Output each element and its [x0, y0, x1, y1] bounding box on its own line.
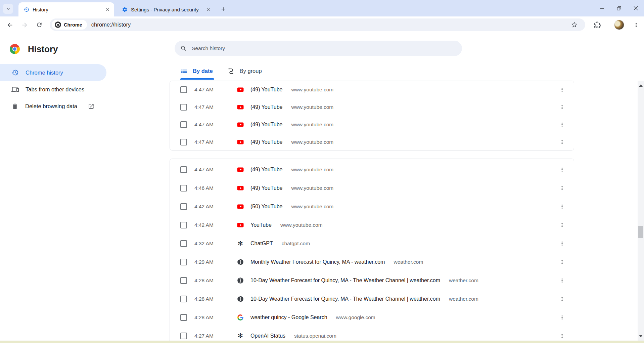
row-title[interactable]: OpenAI Status: [250, 333, 285, 339]
youtube-favicon: [237, 121, 244, 128]
new-tab-button[interactable]: [218, 4, 228, 14]
back-arrow-icon: [6, 22, 13, 29]
row-url: www.youtube.com: [291, 139, 333, 145]
row-title[interactable]: Monthly Weather Forecast for Quincy, MA …: [250, 259, 385, 265]
row-checkbox[interactable]: [180, 296, 187, 302]
view-tab-label: By group: [240, 68, 262, 74]
row-checkbox[interactable]: [180, 166, 187, 173]
row-title[interactable]: (49) YouTube: [250, 185, 282, 191]
row-title[interactable]: (49) YouTube: [250, 87, 282, 93]
row-menu-button[interactable]: [558, 165, 566, 174]
back-button[interactable]: [5, 20, 14, 29]
search-input[interactable]: [191, 45, 462, 52]
row-checkbox[interactable]: [180, 259, 187, 265]
scrollbar-down-button[interactable]: [638, 333, 644, 339]
maximize-button[interactable]: [610, 0, 627, 16]
row-menu-button[interactable]: [558, 221, 566, 229]
row-time: 4:29 AM: [194, 259, 228, 265]
row-checkbox[interactable]: [180, 314, 187, 321]
row-title[interactable]: (49) YouTube: [250, 122, 282, 128]
row-checkbox[interactable]: [180, 240, 187, 247]
settings-gear-icon: [122, 7, 128, 12]
search-icon: [180, 45, 187, 52]
row-menu-button[interactable]: [558, 239, 566, 248]
kebab-icon: [559, 104, 565, 110]
minimize-button[interactable]: [594, 0, 610, 16]
row-checkbox[interactable]: [180, 222, 187, 228]
close-window-button[interactable]: [627, 0, 644, 16]
row-checkbox[interactable]: [180, 139, 187, 145]
tab-by-group[interactable]: By group: [228, 68, 262, 75]
sidebar-item-delete-browsing-data[interactable]: Delete browsing data: [0, 98, 106, 115]
tab-by-date[interactable]: By date: [180, 68, 213, 75]
sidebar-item-label: Chrome history: [26, 70, 63, 76]
kebab-icon: [559, 122, 565, 128]
row-time: 4:28 AM: [194, 296, 228, 302]
browser-toolbar: Chrome chrome://history: [0, 16, 644, 33]
row-title[interactable]: 10-Day Weather Forecast for Quincy, MA -…: [250, 296, 440, 302]
row-checkbox[interactable]: [180, 86, 187, 93]
row-checkbox[interactable]: [180, 333, 187, 339]
tab-close-icon[interactable]: [104, 6, 111, 13]
scrollbar-track[interactable]: [638, 81, 644, 341]
history-card: 4:47 AM (49) YouTube www.youtube.com 4:4…: [170, 159, 574, 343]
tab-close-icon[interactable]: [205, 6, 212, 13]
history-row: 4:32 AM ✻ ChatGPT chatgpt.com: [170, 234, 574, 253]
row-menu-button[interactable]: [558, 258, 566, 266]
row-checkbox[interactable]: [180, 277, 187, 284]
row-title[interactable]: 10-Day Weather Forecast for Quincy, MA -…: [250, 277, 440, 284]
history-card: 4:47 AM (49) YouTube www.youtube.com 4:4…: [170, 81, 574, 151]
row-menu-button[interactable]: [558, 332, 566, 340]
row-menu-button[interactable]: [558, 276, 566, 285]
row-title[interactable]: ChatGPT: [250, 241, 273, 247]
omnibox[interactable]: Chrome chrome://history: [50, 18, 585, 31]
youtube-favicon: [237, 203, 244, 210]
tab-settings[interactable]: Settings - Privacy and security: [117, 2, 215, 16]
tab-title: Settings - Privacy and security: [131, 7, 205, 12]
row-title[interactable]: (49) YouTube: [250, 167, 282, 173]
history-search-box[interactable]: [175, 41, 462, 56]
row-url: www.youtube.com: [280, 222, 323, 228]
toolbar-divider: [608, 21, 608, 28]
extensions-button[interactable]: [593, 20, 602, 29]
browser-menu-button[interactable]: [632, 20, 640, 29]
site-chip[interactable]: Chrome: [52, 20, 87, 30]
row-title[interactable]: YouTube: [250, 222, 272, 228]
row-title[interactable]: weather quincy - Google Search: [250, 314, 327, 320]
profile-avatar[interactable]: [614, 20, 624, 30]
row-checkbox[interactable]: [180, 104, 187, 111]
row-checkbox[interactable]: [180, 185, 187, 191]
selected-tab-indicator: [180, 78, 214, 80]
tab-search-button[interactable]: [3, 4, 13, 14]
forward-button[interactable]: [20, 20, 29, 29]
row-title[interactable]: (50) YouTube: [250, 204, 282, 210]
scrollbar-thumb[interactable]: [638, 226, 643, 238]
history-row: 4:47 AM (49) YouTube www.youtube.com: [170, 133, 574, 151]
row-time: 4:46 AM: [194, 185, 228, 191]
chrome-mono-icon: [55, 22, 61, 28]
youtube-favicon: [237, 185, 244, 191]
history-row: 4:46 AM (49) YouTube www.youtube.com: [170, 179, 574, 197]
row-menu-button[interactable]: [558, 184, 566, 192]
history-row: 4:28 AM 10-Day Weather Forecast for Quin…: [170, 271, 574, 290]
kebab-icon: [559, 167, 565, 173]
row-menu-button[interactable]: [558, 202, 566, 211]
row-menu-button[interactable]: [558, 295, 566, 303]
reload-button[interactable]: [35, 20, 44, 29]
row-title[interactable]: (49) YouTube: [250, 104, 282, 110]
row-checkbox[interactable]: [180, 121, 187, 128]
row-menu-button[interactable]: [558, 313, 566, 322]
row-menu-button[interactable]: [558, 85, 566, 94]
row-menu-button[interactable]: [558, 138, 566, 146]
row-menu-button[interactable]: [558, 120, 566, 129]
tab-history[interactable]: History: [18, 2, 114, 16]
row-title[interactable]: (49) YouTube: [250, 139, 282, 145]
sidebar-item-chrome-history[interactable]: Chrome history: [0, 64, 106, 81]
row-menu-button[interactable]: [558, 103, 566, 112]
row-checkbox[interactable]: [180, 203, 187, 210]
row-url: www.youtube.com: [291, 122, 333, 128]
scrollbar-up-button[interactable]: [638, 82, 644, 89]
bookmark-button[interactable]: [570, 20, 579, 29]
site-chip-label: Chrome: [64, 22, 82, 28]
sidebar-item-tabs-other-devices[interactable]: Tabs from other devices: [0, 81, 106, 98]
